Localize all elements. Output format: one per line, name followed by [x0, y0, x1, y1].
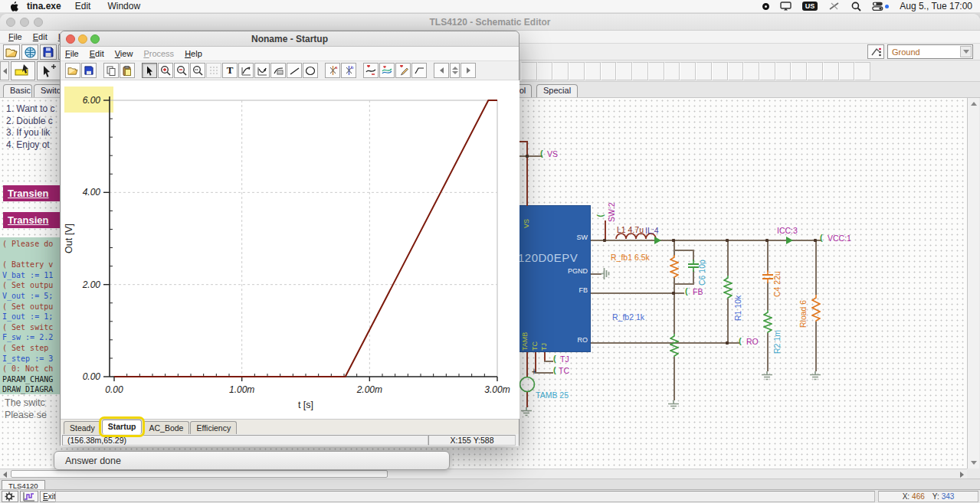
wire-c4-mid[interactable]: [767, 282, 769, 310]
component-button[interactable]: [743, 62, 759, 80]
legend-icon[interactable]: [270, 63, 286, 78]
component-button[interactable]: [616, 62, 632, 80]
wire-tc-horiz[interactable]: [535, 372, 553, 374]
main-window-titlebar[interactable]: TLS4120 - Schematic Editor: [0, 14, 980, 31]
wire-sw2-stub[interactable]: [605, 220, 606, 240]
net-label-tc[interactable]: TC: [559, 366, 569, 375]
diagram-window-button[interactable]: [20, 491, 38, 502]
component-button[interactable]: [521, 62, 537, 80]
save-icon[interactable]: [81, 63, 97, 78]
voltage-source-tamb[interactable]: [518, 374, 536, 394]
analysis-tab[interactable]: Efficiency: [190, 421, 237, 434]
resistor-rfb1[interactable]: [670, 255, 679, 278]
component-button[interactable]: [648, 62, 664, 80]
zoom-out-icon[interactable]: [174, 63, 189, 78]
wire-r1-top[interactable]: [727, 240, 729, 276]
wire-vs-top[interactable]: [519, 141, 528, 142]
component-button[interactable]: [712, 62, 728, 80]
vertical-scrollbar[interactable]: [967, 98, 979, 469]
cursor-tool-icon[interactable]: [142, 63, 157, 78]
save-button[interactable]: [40, 44, 57, 60]
pencil-slash-icon[interactable]: [828, 2, 841, 11]
spotlight-search-icon[interactable]: [851, 2, 861, 11]
plot-window-titlebar[interactable]: Noname - Startup: [61, 31, 519, 47]
apple-menu-icon[interactable]: [9, 1, 19, 12]
input-source-badge[interactable]: US: [802, 2, 818, 11]
plot-menu-item[interactable]: Process: [143, 49, 174, 58]
wire-ro-node[interactable]: [591, 342, 739, 344]
record-status-icon[interactable]: [762, 3, 769, 10]
dropdown-arrow-icon[interactable]: [960, 46, 972, 57]
resistor-r1[interactable]: [723, 276, 733, 299]
label-c6[interactable]: C6 10p: [697, 250, 706, 286]
plot-menu-item[interactable]: File: [65, 49, 79, 58]
component-button[interactable]: [632, 62, 648, 80]
page-spinner[interactable]: [450, 63, 460, 78]
text-tool-icon[interactable]: T: [222, 63, 238, 78]
copy-icon[interactable]: [103, 63, 119, 78]
grid-icon[interactable]: [206, 63, 221, 78]
control-center-icon[interactable]: [872, 2, 889, 11]
label-rload[interactable]: Rload 6: [798, 280, 808, 328]
component-button[interactable]: [569, 62, 585, 80]
web-globe-button[interactable]: [21, 44, 38, 60]
wire-rload-top[interactable]: [815, 240, 817, 295]
label-tamb25[interactable]: TAMB 25: [536, 390, 569, 400]
component-button[interactable]: [585, 62, 601, 80]
component-button[interactable]: [854, 62, 870, 80]
wire-rload-bottom[interactable]: [815, 322, 817, 371]
toolbar-scroll-left[interactable]: [0, 61, 9, 80]
scroll-left-icon[interactable]: [1, 471, 9, 478]
tab-switches[interactable]: Switche: [34, 84, 61, 97]
wire-parallel-bottom[interactable]: [674, 283, 694, 285]
page-next-icon[interactable]: [461, 63, 476, 78]
curves-icon[interactable]: [379, 63, 395, 78]
wire-r2-bottom[interactable]: [767, 333, 769, 371]
net-label-tj[interactable]: TJ: [560, 354, 569, 364]
wire-tj-horiz[interactable]: [544, 361, 553, 362]
net-label-ro[interactable]: RO: [746, 337, 759, 346]
scroll-down-icon[interactable]: [971, 461, 977, 465]
component-button[interactable]: [696, 62, 712, 80]
wire-c4-top[interactable]: [767, 240, 769, 272]
wire-rfb2-bottom[interactable]: [674, 357, 675, 400]
menubar-item-window[interactable]: Window: [107, 1, 140, 11]
component-button[interactable]: [775, 62, 792, 80]
plot-area[interactable]: 0.001.00m2.00m3.00m0.002.004.006.00t [s]…: [61, 80, 519, 419]
open-file-button[interactable]: [3, 44, 20, 60]
screen-mirroring-icon[interactable]: [780, 2, 792, 11]
label-icc[interactable]: ICC:3: [777, 226, 798, 235]
corner-tool-icon[interactable]: [411, 63, 427, 78]
label-rfb1[interactable]: R_fb1 6.5k: [611, 253, 650, 262]
menubar-item-edit[interactable]: Edit: [75, 1, 91, 11]
page-prev-icon[interactable]: [434, 63, 449, 78]
component-button[interactable]: [791, 62, 807, 80]
analysis-tab[interactable]: Steady: [64, 421, 101, 434]
wire-tool-button[interactable]: [11, 61, 35, 80]
label-c4[interactable]: C4 22u: [772, 257, 782, 297]
wire-r1-bottom[interactable]: [727, 299, 729, 343]
net-label-sw2[interactable]: SW:2: [607, 194, 616, 222]
analysis-tab[interactable]: Startup: [102, 420, 143, 434]
component-button[interactable]: [680, 62, 696, 80]
label-il4[interactable]: IL:4: [645, 226, 659, 235]
tab-special[interactable]: Special: [536, 84, 578, 97]
resistor-rload[interactable]: [811, 295, 821, 322]
component-move-button[interactable]: [37, 61, 61, 80]
wire-tamb-top[interactable]: [526, 352, 528, 377]
cursor-b-icon[interactable]: b: [341, 63, 356, 78]
component-button[interactable]: [728, 62, 744, 80]
component-button[interactable]: [839, 62, 855, 80]
component-button[interactable]: [807, 62, 823, 80]
scroll-right-icon[interactable]: [958, 471, 966, 478]
open-icon[interactable]: [65, 63, 80, 78]
wire-rfb2-top[interactable]: [674, 293, 675, 334]
label-rfb2[interactable]: R_fb2 1k: [612, 312, 644, 322]
wire-tamb-bottom[interactable]: [526, 392, 528, 407]
component-search-select[interactable]: Ground: [887, 44, 973, 59]
component-button[interactable]: [537, 62, 553, 80]
wire-fb-node[interactable]: [591, 292, 684, 294]
active-app-name[interactable]: tina.exe: [27, 1, 61, 11]
tab-basic[interactable]: Basic: [3, 84, 32, 97]
label-r2[interactable]: R2 1m: [772, 315, 782, 354]
